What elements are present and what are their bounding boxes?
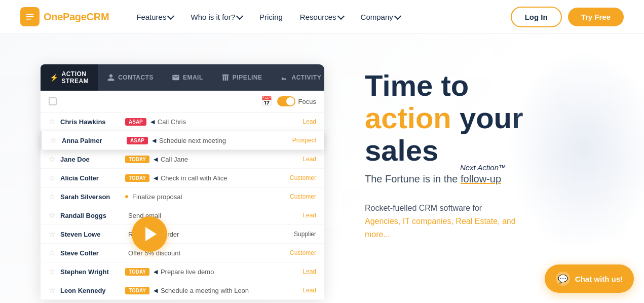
tag-today: TODAY (125, 174, 149, 182)
table-row[interactable]: ☆ Steven Lowe Review last order Supplier (41, 225, 324, 244)
contact-type: Customer (290, 174, 316, 181)
action-text: Schedule next meeting (159, 137, 287, 144)
tag-asap: ASAP (125, 118, 146, 126)
contact-type: Lead (302, 268, 316, 275)
chevron-down-icon (236, 12, 243, 19)
action-arrow-icon: ◀ (150, 119, 155, 125)
contact-name: Stephen Wright (60, 268, 121, 276)
nav-actions: Log In Try Free (511, 7, 624, 27)
focus-toggle-track[interactable] (277, 96, 295, 106)
star-icon[interactable]: ☆ (50, 136, 57, 145)
play-video-button[interactable] (132, 216, 167, 252)
tab-email[interactable]: EMAIL (163, 64, 212, 91)
action-arrow-icon: ◀ (154, 287, 158, 294)
tag-today: TODAY (125, 268, 149, 276)
logo[interactable]: OnePageCRM (20, 7, 109, 26)
nav-resources[interactable]: Resources (293, 9, 351, 25)
star-icon[interactable]: ☆ (49, 230, 55, 239)
crm-toolbar: 📅 Focus (41, 91, 324, 112)
table-row[interactable]: ☆ Jane Doe TODAY ◀ Call Jane Lead (41, 150, 324, 169)
contact-name: Alicia Colter (60, 174, 121, 182)
star-icon[interactable]: ☆ (49, 117, 55, 126)
nav-who-is-it-for[interactable]: Who is it for? (183, 9, 249, 25)
calendar-icon[interactable]: 📅 (261, 96, 272, 107)
logo-svg (24, 11, 35, 22)
action-text: Schedule a meeting with Leon (161, 287, 297, 294)
table-row[interactable]: ☆ Steve Colter Offer 5% discount Custome… (41, 244, 324, 262)
action-arrow-icon: ◀ (154, 156, 158, 163)
play-icon (145, 227, 157, 241)
person-icon (107, 73, 115, 82)
crm-panel-area: ⚡ ACTION STREAM CONTACTS EMAIL PIPELINE (41, 54, 334, 300)
tab-activity[interactable]: ACTIVITY (271, 64, 330, 91)
contact-type: Customer (290, 193, 316, 200)
contact-name: Anna Palmer (62, 137, 123, 144)
status-dot (125, 195, 128, 198)
star-icon[interactable]: ☆ (49, 267, 55, 276)
tab-action-stream[interactable]: ⚡ ACTION STREAM (41, 64, 98, 91)
email-icon (172, 73, 180, 82)
focus-label: Focus (298, 98, 316, 105)
contact-type: Lead (302, 287, 316, 294)
logo-icon (20, 7, 40, 26)
star-icon[interactable]: ☆ (49, 286, 55, 295)
contact-name: Steve Colter (60, 249, 121, 257)
nav-pricing[interactable]: Pricing (252, 9, 290, 25)
contact-type: Lead (302, 118, 316, 125)
nav-links: Features Who is it for? Pricing Resource… (129, 9, 510, 25)
lightning-icon: ⚡ (50, 73, 59, 82)
chevron-down-icon (394, 12, 401, 19)
table-row[interactable]: ☆ Leon Kennedy TODAY ◀ Schedule a meetin… (41, 281, 324, 300)
table-row[interactable]: ☆ Stephen Wright TODAY ◀ Prepare live de… (41, 262, 324, 281)
chevron-down-icon (167, 12, 174, 19)
chat-label: Chat with us! (575, 275, 623, 283)
star-icon[interactable]: ☆ (49, 192, 55, 201)
star-icon[interactable]: ☆ (49, 155, 55, 164)
try-free-button[interactable]: Try Free (568, 8, 624, 26)
contact-type: Supplier (294, 231, 316, 238)
navbar: OnePageCRM Features Who is it for? Prici… (0, 0, 644, 34)
contact-name: Randall Boggs (60, 212, 121, 219)
tab-pipeline[interactable]: PIPELINE (212, 64, 272, 91)
toolbar-right: 📅 Focus (261, 96, 316, 107)
logo-text: OnePageCRM (44, 11, 109, 23)
table-row[interactable]: ☆ Chris Hawkins ASAP ◀ Call Chris Lead (41, 112, 324, 131)
tag-today: TODAY (125, 287, 149, 294)
star-icon[interactable]: ☆ (49, 211, 55, 220)
action-arrow-icon: ◀ (154, 175, 158, 181)
contact-type: Customer (290, 249, 316, 256)
star-icon[interactable]: ☆ (49, 248, 55, 257)
focus-toggle[interactable]: Focus (277, 96, 316, 106)
table-row[interactable]: ☆ Alicia Colter TODAY ◀ Check in call wi… (41, 169, 324, 187)
focus-toggle-thumb (286, 97, 294, 105)
toolbar-left (49, 97, 57, 105)
action-text: Finalize proposal (132, 193, 285, 201)
contact-name: Leon Kennedy (60, 287, 121, 294)
contact-type: Prospect (292, 137, 316, 144)
action-arrow-icon: ◀ (152, 137, 156, 144)
contact-name: Chris Hawkins (60, 118, 121, 126)
select-all-checkbox[interactable] (49, 97, 57, 105)
table-row[interactable]: ☆ Anna Palmer ASAP ◀ Schedule next meeti… (41, 131, 324, 150)
contact-rows: ☆ Chris Hawkins ASAP ◀ Call Chris Lead ☆… (41, 112, 324, 300)
tag-today: TODAY (125, 156, 149, 163)
action-text: Check in call with Alice (161, 174, 285, 182)
action-text: Call Chris (158, 118, 298, 126)
action-text: Call Jane (161, 156, 297, 163)
table-row[interactable]: ☆ Sarah Silverson Finalize proposal Cust… (41, 187, 324, 206)
chat-icon: 💬 (556, 272, 570, 286)
tab-contacts[interactable]: CONTACTS (98, 64, 163, 91)
star-icon[interactable]: ☆ (49, 173, 55, 182)
next-action-superscript: Next Action™ follow-up (461, 171, 501, 186)
table-row[interactable]: ☆ Randall Boggs Send email Lead (41, 206, 324, 225)
nav-company[interactable]: Company (354, 9, 407, 25)
chat-widget[interactable]: 💬 Chat with us! (545, 264, 634, 293)
contact-name: Steven Lowe (60, 231, 121, 238)
follow-up-text: follow-up (461, 173, 501, 184)
contact-name: Sarah Silverson (60, 193, 121, 201)
hero-section: Time to action your sales The Fortune is… (365, 54, 614, 300)
login-button[interactable]: Log In (511, 7, 562, 27)
action-arrow-icon: ◀ (154, 269, 158, 275)
nav-features[interactable]: Features (129, 9, 180, 25)
action-text: Prepare live demo (161, 268, 297, 276)
